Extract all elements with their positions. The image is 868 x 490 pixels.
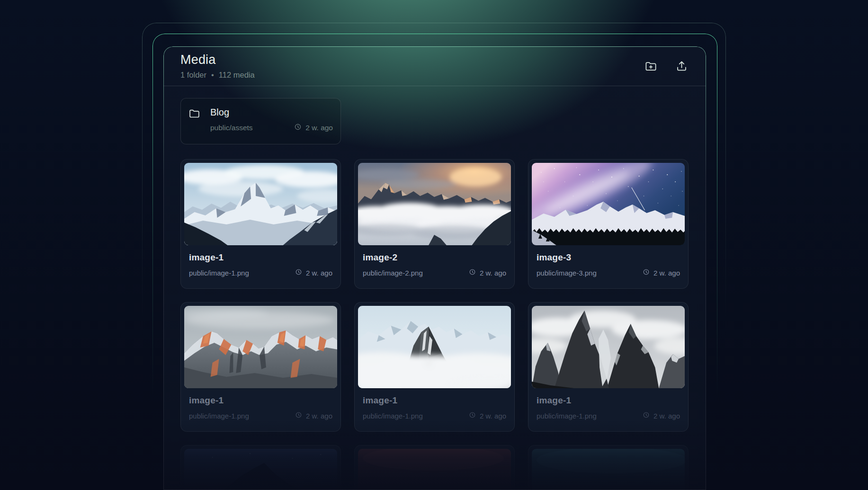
media-timestamp: 2 w. ago xyxy=(295,268,332,277)
media-timestamp: 2 w. ago xyxy=(469,411,506,420)
media-timestamp: 2 w. ago xyxy=(643,411,680,420)
media-meta: public/image-3.png 2 w. ago xyxy=(537,268,680,277)
clock-icon xyxy=(469,268,476,277)
media-modified: 2 w. ago xyxy=(480,412,506,420)
page-title: Media xyxy=(180,53,255,67)
media-count: 112 media xyxy=(219,71,255,80)
media-name: image-1 xyxy=(189,395,332,406)
folder-meta: public/assets 2 w. ago xyxy=(210,123,333,133)
folder-count: 1 folder xyxy=(180,71,206,80)
media-thumbnail xyxy=(532,306,685,388)
clock-icon xyxy=(643,411,650,420)
media-path: public/image-3.png xyxy=(537,269,597,277)
media-thumbnail xyxy=(358,306,511,388)
media-modified: 2 w. ago xyxy=(306,269,332,277)
media-modified: 2 w. ago xyxy=(480,269,506,277)
media-card[interactable]: image-1 public/image-1.png 2 w. ago xyxy=(180,159,341,289)
media-path: public/image-1.png xyxy=(537,412,597,420)
folder-icon xyxy=(188,107,200,144)
media-thumbnail xyxy=(532,163,685,245)
folder-card-blog[interactable]: Blog public/assets 2 w. ago xyxy=(180,98,341,144)
media-library-panel: Media 1 folder • 112 media xyxy=(163,46,706,490)
media-name: image-1 xyxy=(537,395,680,406)
header-actions xyxy=(644,59,689,73)
media-card[interactable]: image-1 public/image-1.png 2 w. ago xyxy=(528,302,689,432)
media-thumbnail xyxy=(358,163,511,245)
panel-header: Media 1 folder • 112 media xyxy=(163,46,706,86)
media-card[interactable]: image-3 public/image-3.png 2 w. ago xyxy=(528,159,689,289)
folder-name: Blog xyxy=(210,107,333,118)
folder-body: Blog public/assets 2 w. ago xyxy=(210,107,333,144)
card-footer: image-1 public/image-1.png 2 w. ago xyxy=(532,388,685,420)
media-meta: public/image-2.png 2 w. ago xyxy=(363,268,506,277)
clock-icon xyxy=(469,411,476,420)
media-timestamp: 2 w. ago xyxy=(469,268,506,277)
count-separator: • xyxy=(211,71,214,80)
media-card-partial[interactable] xyxy=(354,445,515,490)
card-footer: image-2 public/image-2.png 2 w. ago xyxy=(358,245,511,277)
card-footer: image-3 public/image-3.png 2 w. ago xyxy=(532,245,685,277)
media-path: public/image-1.png xyxy=(363,412,423,420)
media-thumbnail xyxy=(184,449,337,490)
media-card-partial[interactable] xyxy=(528,445,689,490)
media-thumbnail xyxy=(532,449,685,490)
media-thumbnail xyxy=(184,306,337,388)
media-path: public/image-1.png xyxy=(189,412,249,420)
media-modified: 2 w. ago xyxy=(653,269,680,277)
new-folder-button[interactable] xyxy=(644,59,658,73)
folder-path: public/assets xyxy=(210,124,253,132)
clock-icon xyxy=(295,411,302,420)
media-modified: 2 w. ago xyxy=(306,412,332,420)
media-path: public/image-1.png xyxy=(189,269,249,277)
panel-content: Blog public/assets 2 w. ago xyxy=(163,86,706,490)
media-thumbnail xyxy=(358,449,511,490)
media-card[interactable]: image-1 public/image-1.png 2 w. ago xyxy=(354,302,515,432)
card-footer: image-1 public/image-1.png 2 w. ago xyxy=(358,388,511,420)
media-meta: public/image-1.png 2 w. ago xyxy=(363,411,506,420)
media-meta: public/image-1.png 2 w. ago xyxy=(189,411,332,420)
media-card-partial[interactable] xyxy=(180,445,341,490)
media-meta: public/image-1.png 2 w. ago xyxy=(189,268,332,277)
media-path: public/image-2.png xyxy=(363,269,423,277)
new-folder-icon xyxy=(644,60,657,72)
media-name: image-1 xyxy=(363,395,506,406)
folder-modified: 2 w. ago xyxy=(305,124,333,132)
media-modified: 2 w. ago xyxy=(653,412,680,420)
media-meta: public/image-1.png 2 w. ago xyxy=(537,411,680,420)
media-timestamp: 2 w. ago xyxy=(295,411,332,420)
desktop-background: Media 1 folder • 112 media xyxy=(0,0,868,490)
media-name: image-3 xyxy=(537,252,680,263)
media-card[interactable]: image-2 public/image-2.png 2 w. ago xyxy=(354,159,515,289)
upload-icon xyxy=(675,60,688,72)
folder-timestamp: 2 w. ago xyxy=(294,123,333,133)
clock-icon xyxy=(294,123,302,133)
media-timestamp: 2 w. ago xyxy=(643,268,680,277)
card-footer: image-1 public/image-1.png 2 w. ago xyxy=(184,388,337,420)
media-name: image-1 xyxy=(189,252,332,263)
clock-icon xyxy=(643,268,650,277)
clock-icon xyxy=(295,268,302,277)
media-card[interactable]: image-1 public/image-1.png 2 w. ago xyxy=(180,302,341,432)
media-thumbnail xyxy=(184,163,337,245)
media-grid: image-1 public/image-1.png 2 w. ago xyxy=(180,159,689,490)
upload-button[interactable] xyxy=(674,59,689,73)
page-counts: 1 folder • 112 media xyxy=(180,71,255,80)
card-footer: image-1 public/image-1.png 2 w. ago xyxy=(184,245,337,277)
media-name: image-2 xyxy=(363,252,506,263)
title-block: Media 1 folder • 112 media xyxy=(180,53,255,80)
